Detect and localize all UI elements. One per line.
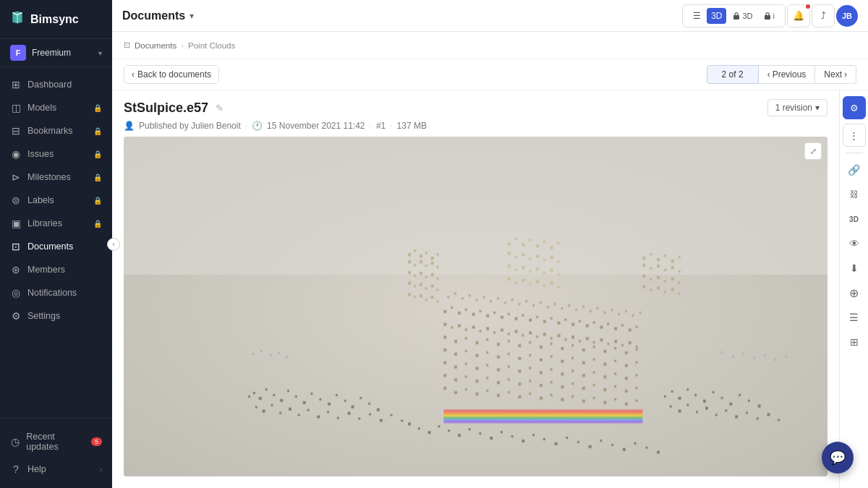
sidebar-item-notifications[interactable]: ◎ Notifications [0, 281, 112, 304]
issues-icon: ◉ [10, 148, 22, 160]
notifications-button[interactable]: 🔔 [787, 4, 810, 27]
svg-rect-51 [678, 410, 681, 413]
bell-icon: 🔔 [793, 10, 804, 21]
grid-view-button[interactable]: ⊞ [843, 331, 865, 353]
sidebar-item-issues[interactable]: ◉ Issues 🔒 [0, 142, 112, 166]
lock-model-icon[interactable]: 3D [728, 9, 757, 23]
svg-rect-92 [408, 260, 411, 263]
svg-rect-243 [540, 371, 542, 374]
eye-button[interactable]: 👁 [843, 233, 865, 254]
download-icon: ⬇ [850, 262, 859, 274]
svg-rect-205 [540, 346, 542, 348]
sidebar-item-milestones[interactable]: ⊳ Milestones 🔒 [0, 166, 112, 189]
svg-rect-249 [603, 375, 606, 378]
back-to-documents-button[interactable]: ‹ Back to documents [124, 65, 219, 84]
sidebar-item-dashboard[interactable]: ⊞ Dashboard [0, 73, 112, 96]
share-button[interactable]: ⤴ [812, 4, 835, 27]
3d-view-button[interactable]: 3D [843, 208, 865, 230]
svg-rect-37 [401, 419, 403, 421]
next-button[interactable]: Next › [815, 65, 856, 84]
svg-rect-109 [436, 288, 438, 291]
svg-rect-116 [642, 257, 645, 260]
svg-rect-152 [529, 319, 532, 322]
user-avatar[interactable]: JB [836, 5, 858, 27]
svg-rect-328 [482, 296, 485, 298]
svg-rect-197 [454, 340, 457, 343]
svg-rect-87 [414, 249, 416, 252]
link-button[interactable]: 🔗 [843, 159, 865, 181]
file-info: StSulpice.e57 ✎ 1 revision ▾ 👤 Published… [112, 90, 839, 137]
sidebar-item-members[interactable]: ⊛ Members [0, 258, 112, 281]
sidebar-item-models[interactable]: ◫ Models 🔒 [0, 96, 112, 119]
more-options-button[interactable]: ⋮ [843, 124, 866, 147]
svg-rect-240 [508, 366, 510, 368]
add-button[interactable]: ⊕ [843, 282, 865, 304]
svg-rect-361 [286, 356, 288, 358]
eye-icon: 👁 [849, 238, 859, 249]
svg-rect-353 [443, 414, 642, 416]
svg-rect-320 [543, 285, 545, 287]
svg-rect-58 [746, 411, 748, 414]
info-lock-icon[interactable]: i [759, 9, 779, 23]
edit-title-icon[interactable]: ✎ [216, 103, 224, 114]
svg-rect-164 [614, 328, 617, 330]
sidebar-item-documents[interactable]: ⊡ Documents [0, 235, 112, 258]
3d-viewer[interactable]: ⤢ [124, 137, 827, 476]
lock-icon: 🔒 [93, 220, 102, 228]
svg-rect-56 [725, 410, 727, 412]
svg-rect-193 [621, 344, 624, 346]
sidebar-item-labels[interactable]: ⊜ Labels 🔒 [0, 189, 112, 212]
hamburger-icon[interactable]: ☰ [689, 8, 705, 24]
svg-rect-345 [603, 312, 605, 314]
svg-rect-78 [577, 441, 579, 443]
svg-rect-79 [589, 445, 592, 448]
viewer-settings-button[interactable]: ⚙ [843, 96, 866, 119]
sidebar-collapse-button[interactable]: ‹ [107, 238, 120, 251]
previous-button[interactable]: ‹ Previous [759, 65, 816, 84]
svg-rect-305 [550, 256, 553, 259]
sidebar-item-bookmarks[interactable]: ⊟ Bookmarks 🔒 [0, 119, 112, 142]
svg-rect-304 [543, 259, 545, 261]
svg-rect-303 [536, 254, 539, 257]
svg-rect-108 [431, 285, 434, 288]
svg-rect-151 [522, 314, 524, 317]
workspace-selector[interactable]: F Freemium ▾ [0, 39, 112, 67]
svg-rect-189 [593, 341, 595, 343]
sidebar-item-settings[interactable]: ⚙ Settings [0, 304, 112, 328]
svg-rect-64 [428, 431, 431, 434]
svg-rect-146 [486, 314, 489, 317]
pagination-label: 2 of 2 [707, 65, 759, 84]
svg-rect-357 [252, 353, 254, 355]
svg-rect-287 [603, 401, 606, 404]
chat-button[interactable]: 💬 [822, 442, 854, 474]
sidebar-item-libraries[interactable]: ▣ Libraries 🔒 [0, 212, 112, 235]
file-meta: 👤 Published by Julien Benoit · 🕐 15 Nove… [124, 121, 827, 131]
download-button[interactable]: ⬇ [843, 257, 865, 279]
sidebar-logo[interactable]: Bimsync [0, 0, 112, 39]
expand-button[interactable]: ⤢ [804, 142, 822, 160]
svg-rect-190 [600, 338, 603, 341]
help-item[interactable]: ? Help › [0, 458, 112, 481]
svg-rect-351 [443, 410, 642, 413]
3d-button[interactable]: 3D [707, 8, 726, 24]
breadcrumb-documents-link[interactable]: Documents [135, 41, 176, 50]
chain-button[interactable]: ⛓ [843, 184, 865, 205]
svg-rect-355 [443, 419, 642, 421]
svg-rect-128 [642, 275, 645, 278]
svg-rect-231 [614, 360, 616, 362]
breadcrumb: ⊡ Documents › Point Clouds [124, 40, 856, 50]
sidebar-item-label: Issues [27, 149, 54, 159]
svg-rect-352 [443, 412, 642, 414]
revision-button[interactable]: 1 revision ▾ [767, 99, 827, 116]
svg-rect-329 [490, 300, 492, 302]
svg-rect-55 [715, 414, 718, 416]
svg-rect-46 [729, 403, 732, 406]
svg-rect-25 [279, 411, 281, 414]
list-view-button[interactable]: ☰ [843, 307, 865, 328]
svg-rect-47 [739, 394, 741, 396]
svg-rect-95 [425, 265, 427, 267]
svg-rect-41 [686, 388, 689, 390]
svg-rect-177 [508, 333, 510, 335]
recent-updates-item[interactable]: ◷ Recent updates 5 [0, 426, 112, 458]
svg-rect-219 [486, 351, 488, 354]
